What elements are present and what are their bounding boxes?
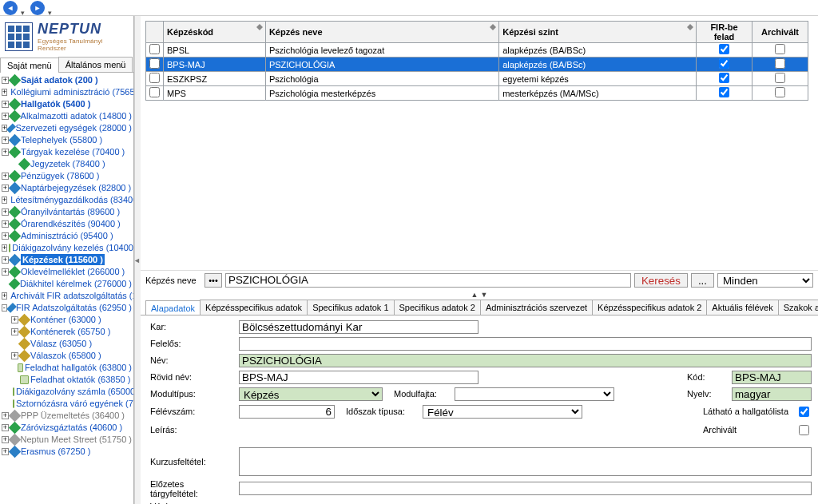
tree-node[interactable]: +Kollégiumi adminisztráció (75650 ): [0, 86, 133, 98]
detail-tab[interactable]: Szakok a diplomához és végzettség: [778, 300, 818, 315]
tree-node-label[interactable]: Feladhat oktatók (63850 ): [30, 374, 130, 385]
field-nyelv[interactable]: [732, 387, 812, 401]
field-kod[interactable]: [732, 371, 812, 384]
tree-node-label[interactable]: Diákhitel kérelmek (276000 ): [20, 278, 132, 289]
col-arch[interactable]: Archivált: [752, 22, 808, 43]
expand-icon[interactable]: +: [2, 292, 7, 300]
training-grid[interactable]: Képzéskód Képzés neve Képzési szint FIR-…: [145, 21, 808, 101]
table-row[interactable]: BPSLPszichológia levelező tagozatalapkép…: [146, 43, 808, 58]
tree-node-label[interactable]: Telephelyek (55800 ): [21, 134, 102, 145]
row-checkbox[interactable]: [149, 44, 160, 54]
tab-own-menu[interactable]: Saját menü: [0, 58, 59, 73]
tree-node[interactable]: Sztornózásra váró egyének (7210: [0, 398, 133, 410]
tree-node[interactable]: Feladhat oktatók (63850 ): [0, 374, 133, 386]
detail-tab[interactable]: Képzésspecifikus adatok 2: [592, 300, 707, 315]
tree-node-label[interactable]: Hallgatók (5400 ): [21, 98, 90, 109]
tab-general-menu[interactable]: Általános menü: [58, 57, 133, 72]
tree-node-label[interactable]: Sztornózásra váró egyének (7210: [16, 398, 133, 409]
tree-node[interactable]: -FIR Adatszolgáltatás (62950 ): [0, 302, 133, 314]
back-dropdown[interactable]: [21, 7, 27, 14]
tree-node-label[interactable]: Konténerek (65750 ): [30, 326, 110, 337]
search-scope-select[interactable]: Minden: [717, 273, 813, 288]
tree-node-label[interactable]: Naptárbejegyzések (82800 ): [21, 182, 131, 193]
field-kar[interactable]: [239, 320, 478, 334]
tree-node[interactable]: +Erasmus (67250 ): [0, 446, 133, 458]
search-input[interactable]: [225, 273, 631, 288]
tree-node-label[interactable]: Alkalmazotti adatok (14800 ): [21, 110, 132, 121]
tree-node[interactable]: +Válaszok (65800 ): [0, 350, 133, 362]
forward-dropdown[interactable]: [48, 7, 54, 14]
back-button[interactable]: ◄: [3, 1, 18, 15]
col-fir[interactable]: FIR-be felad: [697, 22, 752, 43]
table-row[interactable]: MPSPszichológia mesterképzésmesterképzés…: [146, 86, 808, 101]
tree-node[interactable]: +Záróvizsgáztatás (40600 ): [0, 422, 133, 434]
tree-node-label[interactable]: Saját adatok (200 ): [21, 74, 98, 85]
tree-node-label[interactable]: Záróvizsgáztatás (40600 ): [21, 422, 122, 433]
col-name[interactable]: Képzés neve: [265, 22, 498, 43]
tree-node-label[interactable]: Pénzügyek (78600 ): [21, 170, 99, 181]
detail-tab[interactable]: Alapadatok: [145, 300, 201, 315]
col-check[interactable]: [146, 22, 164, 43]
table-row[interactable]: BPS-MAJPSZICHOLÓGIAalapképzés (BA/BSc): [146, 58, 808, 72]
tree-node-label[interactable]: PPP Üzemeltetés (36400 ): [21, 410, 125, 421]
tree-node[interactable]: Feladhat hallgatók (63800 ): [0, 362, 133, 374]
tree-node[interactable]: +Telephelyek (55800 ): [0, 134, 133, 146]
tree-node[interactable]: +Oklevélmelléklet (266000 ): [0, 266, 133, 278]
detail-tab[interactable]: Aktuális félévek: [706, 300, 778, 315]
tree-node[interactable]: +Képzések (115600 ): [0, 254, 133, 266]
tree-node[interactable]: Diákhitel kérelmek (276000 ): [0, 278, 133, 290]
tree-node[interactable]: Diákigazolvány számla (65000 ): [0, 386, 133, 398]
tree-node-label[interactable]: Tárgyak kezelése (70400 ): [21, 146, 125, 157]
table-row[interactable]: ESZKPSZPszichológiaegyetemi képzés: [146, 72, 808, 86]
arch-checkbox[interactable]: [775, 87, 785, 97]
search-button[interactable]: Keresés: [634, 273, 688, 288]
arch-checkbox[interactable]: [775, 44, 785, 54]
tree-node-label[interactable]: Archivált FIR adatszolgáltatás (14450: [10, 290, 133, 301]
search-field-picker-button[interactable]: •••: [204, 273, 222, 288]
tree-node-label[interactable]: Órarendkészítés (90400 ): [21, 218, 121, 229]
tree-node-label[interactable]: Feladhat hallgatók (63800 ): [25, 362, 132, 373]
tree-node-label[interactable]: Óranyilvántartás (89600 ): [21, 206, 120, 217]
tree-node-label[interactable]: Adminisztráció (95400 ): [21, 230, 113, 241]
tree-node-label[interactable]: Szervezeti egységek (28000 ): [15, 122, 132, 133]
row-checkbox[interactable]: [149, 73, 160, 83]
fir-checkbox[interactable]: [719, 58, 729, 69]
vertical-splitter[interactable]: ▲▼: [141, 290, 818, 300]
forward-button[interactable]: ►: [30, 1, 45, 15]
tree-node-label[interactable]: Kollégiumi adminisztráció (75650 ): [10, 86, 133, 97]
sort-icon[interactable]: [490, 24, 496, 30]
field-felevszam[interactable]: [239, 405, 335, 419]
nav-tree[interactable]: +Saját adatok (200 )+Kollégiumi adminisz…: [0, 73, 133, 504]
tree-node[interactable]: +Adminisztráció (95400 ): [0, 230, 133, 242]
tree-node[interactable]: +Neptun Meet Street (51750 ): [0, 434, 133, 446]
arch-checkbox[interactable]: [775, 73, 785, 83]
expand-icon[interactable]: +: [2, 196, 7, 204]
tree-node[interactable]: Jegyzetek (78400 ): [0, 158, 133, 170]
tree-node[interactable]: +PPP Üzemeltetés (36400 ): [0, 410, 133, 422]
tree-node[interactable]: +Naptárbejegyzések (82800 ): [0, 182, 133, 194]
sort-icon[interactable]: [256, 24, 263, 30]
tree-node[interactable]: +Órarendkészítés (90400 ): [0, 218, 133, 230]
tree-node[interactable]: +Diákigazolvány kezelés (10400 ): [0, 242, 133, 254]
row-checkbox[interactable]: [149, 87, 160, 97]
tree-node-label[interactable]: FIR Adatszolgáltatás (62950 ): [16, 302, 132, 313]
expand-icon[interactable]: +: [2, 89, 7, 96]
field-felelos[interactable]: [239, 337, 812, 351]
tree-node-label[interactable]: Jegyzetek (78400 ): [30, 158, 105, 169]
tree-node-label[interactable]: Oklevélmelléklet (266000 ): [21, 266, 125, 277]
field-modultipus[interactable]: Képzés: [239, 387, 383, 401]
detail-tab[interactable]: Képzésspecifikus adatok: [200, 300, 308, 315]
tree-node[interactable]: +Tárgyak kezelése (70400 ): [0, 146, 133, 158]
tree-node[interactable]: +Alkalmazotti adatok (14800 ): [0, 110, 133, 122]
detail-tab[interactable]: Specifikus adatok 1: [307, 300, 394, 315]
tree-node-label[interactable]: Válaszok (65800 ): [30, 350, 101, 361]
expand-icon[interactable]: +: [2, 244, 7, 252]
sort-icon[interactable]: [687, 24, 693, 30]
col-level[interactable]: Képzési szint: [499, 22, 697, 43]
tree-node[interactable]: +Hallgatók (5400 ): [0, 98, 133, 110]
tree-node[interactable]: +Óranyilvántartás (89600 ): [0, 206, 133, 218]
detail-tab[interactable]: Adminisztrációs szervezet: [480, 300, 593, 315]
tree-node[interactable]: +Konténer (63000 ): [0, 314, 133, 326]
tree-node-label[interactable]: Képzések (115600 ): [21, 254, 105, 265]
field-kurzusfeltetel[interactable]: [239, 447, 812, 476]
